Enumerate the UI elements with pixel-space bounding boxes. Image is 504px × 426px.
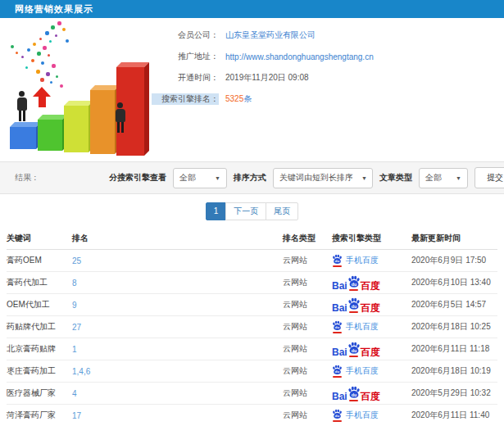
column-header-rank-type: 排名类型 xyxy=(283,233,332,244)
confetti-dot xyxy=(16,52,18,54)
filter-bar: 结果： 分搜索引擎查看 全部 ▼ 排序方式 关键词由短到长排序 ▼ 文章类型 全… xyxy=(0,161,504,194)
update-time-cell: 2020年6月9日 17:50 xyxy=(411,255,497,266)
filter-controls: 分搜索引擎查看 全部 ▼ 排序方式 关键词由短到长排序 ▼ 文章类型 全部 ▼ … xyxy=(109,162,504,193)
rank-link[interactable]: 9 xyxy=(72,301,77,310)
type-filter-select[interactable]: 全部 ▼ xyxy=(419,168,468,188)
table-row: 菏泽膏药厂家17云网站du手机百度2020年6月11日 11:40 xyxy=(7,405,497,426)
confetti-dot xyxy=(66,39,69,43)
sort-filter-select[interactable]: 关键词由短到长排序 ▼ xyxy=(273,168,373,188)
rank-cell: 8 xyxy=(72,279,283,288)
table-row: 枣庄膏药加工1,4,6云网站du手机百度2020年6月18日 10:19 xyxy=(7,360,497,383)
illustration-bar-orange xyxy=(90,90,115,154)
engine-filter-value: 全部 xyxy=(179,172,196,184)
baidu-logo: Baidu百度 xyxy=(332,297,380,313)
info-row: 搜索引擎排名：5325条 xyxy=(152,93,504,106)
keyword-cell: 菏泽膏药厂家 xyxy=(7,410,72,421)
table-header-row: 关键词 排名 排名类型 搜索引擎类型 最新更新时间 xyxy=(7,228,497,250)
engine-cell: du手机百度 xyxy=(332,254,411,267)
confetti-dot xyxy=(49,40,52,43)
rank-link[interactable]: 8 xyxy=(72,279,77,288)
info-label: 推广地址： xyxy=(152,51,219,62)
rank-cell: 17 xyxy=(72,411,283,420)
update-time-cell: 2020年6月10日 13:40 xyxy=(411,277,497,288)
baidu-brand-text: 百度 xyxy=(361,281,380,291)
confetti-dot xyxy=(21,56,24,58)
baidu-brand-text: 百度 xyxy=(361,392,380,401)
info-row: 推广地址：http://www.shandonghuangshengtang.c… xyxy=(152,50,504,63)
rank-type-cell: 云网站 xyxy=(283,410,332,421)
keyword-cell: 北京膏药贴牌 xyxy=(7,343,72,355)
baidu-bai-text: Bai xyxy=(332,303,347,313)
info-fields: 会员公司：山东皇圣堂药业有限公司推广地址：http://www.shandong… xyxy=(152,18,504,161)
column-header-keyword: 关键词 xyxy=(7,233,72,244)
baidu-bai-text: Bai xyxy=(332,281,347,291)
keyword-cell: 枣庄膏药加工 xyxy=(7,365,72,377)
confetti-dot xyxy=(46,72,50,76)
rank-link[interactable]: 27 xyxy=(72,323,81,332)
mobile-baidu-label: 手机百度 xyxy=(346,321,379,333)
businessman-left-figure xyxy=(16,91,28,121)
baidu-bai-text: Bai xyxy=(332,392,347,401)
column-header-update-time: 最新更新时间 xyxy=(411,233,497,244)
rank-link[interactable]: 1 xyxy=(72,345,77,354)
mobile-baidu-label: 手机百度 xyxy=(346,365,379,377)
mobile-baidu-label: 手机百度 xyxy=(346,410,379,421)
baidu-paw-icon: du xyxy=(347,342,361,357)
chevron-down-icon: ▼ xyxy=(361,175,367,181)
info-link-value[interactable]: http://www.shandonghuangshengtang.cn xyxy=(225,52,374,61)
confetti-dot xyxy=(50,81,52,84)
result-label: 结果： xyxy=(0,172,39,184)
sort-filter-label: 排序方式 xyxy=(234,172,266,184)
engine-cell: du手机百度 xyxy=(332,409,411,422)
table-body: 膏药OEM25云网站du手机百度2020年6月9日 17:50膏药代加工8云网站… xyxy=(7,250,497,426)
column-header-engine-type: 搜索引擎类型 xyxy=(332,233,411,244)
mobile-baidu-logo: du手机百度 xyxy=(332,320,379,333)
businessman-right-figure xyxy=(114,102,126,133)
rank-link[interactable]: 4 xyxy=(72,389,77,398)
page-button[interactable]: 下一页 xyxy=(225,202,266,220)
engine-cell: du手机百度 xyxy=(332,365,411,378)
type-filter-value: 全部 xyxy=(425,172,442,184)
svg-text:du: du xyxy=(335,325,340,329)
confetti-dot xyxy=(40,78,44,82)
confetti-dot xyxy=(43,46,47,50)
rank-link[interactable]: 17 xyxy=(72,411,81,420)
page-current[interactable]: 1 xyxy=(206,202,227,220)
info-text-value: 2019年11月20日 09:08 xyxy=(225,72,309,84)
red-underline-decoration xyxy=(333,376,342,378)
confetti-dot xyxy=(11,45,14,48)
submit-button[interactable]: 提交 xyxy=(474,167,504,188)
update-time-cell: 2020年6月18日 10:19 xyxy=(411,365,497,377)
rank-link[interactable]: 1,4,6 xyxy=(72,367,90,376)
type-filter-label: 文章类型 xyxy=(379,172,412,184)
baidu-paw-icon: du xyxy=(347,386,361,401)
keyword-cell: 医疗器械厂家 xyxy=(7,387,72,399)
rank-cell: 1 xyxy=(72,345,283,354)
growth-arrow-icon xyxy=(33,87,51,107)
rank-type-cell: 云网站 xyxy=(283,365,332,377)
sort-filter-value: 关键词由短到长排序 xyxy=(279,172,353,184)
page-button[interactable]: 尾页 xyxy=(266,202,298,220)
confetti-dot xyxy=(52,64,56,68)
info-row: 开通时间：2019年11月20日 09:08 xyxy=(152,71,504,84)
engine-cell: du手机百度 xyxy=(332,320,411,333)
red-underline-decoration xyxy=(333,420,342,422)
table-row: OEM代加工9云网站Baidu百度2020年6月5日 14:57 xyxy=(7,294,497,316)
baidu-paw-icon: du xyxy=(332,254,343,267)
engine-filter-select[interactable]: 全部 ▼ xyxy=(173,168,227,188)
engine-cell: Baidu百度 xyxy=(332,342,411,357)
confetti-dot xyxy=(48,54,50,57)
baidu-paw-icon: du xyxy=(347,297,361,313)
baidu-paw-icon: du xyxy=(347,275,361,291)
illustration-bar-blue xyxy=(10,127,36,149)
rank-link[interactable]: 25 xyxy=(72,256,81,265)
info-link-value[interactable]: 山东皇圣堂药业有限公司 xyxy=(225,29,316,41)
rank-type-cell: 云网站 xyxy=(283,277,332,288)
keyword-cell: 药贴牌代加工 xyxy=(7,321,72,333)
svg-text:du: du xyxy=(335,369,340,374)
confetti-dot xyxy=(56,75,58,78)
confetti-dot xyxy=(45,31,49,35)
rank-type-cell: 云网站 xyxy=(283,343,332,355)
rank-count-suffix: 条 xyxy=(243,94,252,103)
table-row: 膏药OEM25云网站du手机百度2020年6月9日 17:50 xyxy=(7,250,497,272)
